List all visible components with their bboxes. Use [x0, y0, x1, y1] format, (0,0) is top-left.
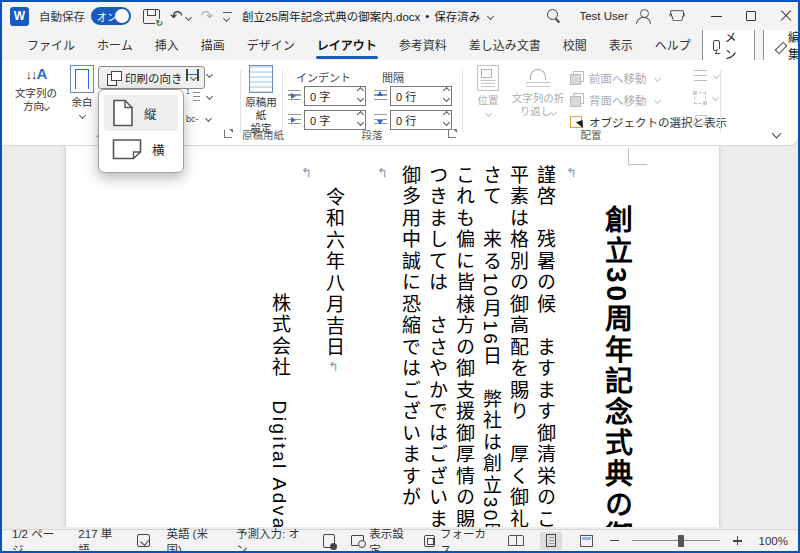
send-backward-button: 背面へ移動 — [570, 90, 660, 110]
word-count[interactable]: 217 単語 — [78, 525, 121, 553]
indent-right-spinner[interactable] — [358, 112, 363, 125]
paragraph-mark-icon: ↰ — [299, 165, 314, 180]
document-text[interactable]: 創立30周年記念式典の御案内↰ ↰ 謹啓 残暑の候 ますます御清栄のこととお慶び… — [266, 165, 647, 527]
proofing-icon[interactable] — [137, 534, 150, 547]
document-title[interactable]: 創立25周年記念式典の御案内.docx • 保存済み — [242, 2, 493, 30]
indent-left-input[interactable]: 0 字 — [304, 86, 366, 106]
orientation-landscape-item[interactable]: 横 — [104, 131, 178, 167]
window-controls — [711, 10, 792, 22]
zoom-percentage[interactable]: 100% — [754, 535, 788, 547]
wrap-text-chevron-icon — [550, 109, 557, 116]
qat-more-icon[interactable] — [223, 12, 232, 20]
search-icon[interactable] — [547, 9, 561, 23]
tab-file[interactable]: ファイル — [16, 30, 86, 60]
paragraph-date[interactable]: 令和六年八月吉日↰ — [320, 165, 347, 527]
minimize-button[interactable] — [711, 16, 722, 17]
paragraph-signature[interactable]: 株式会社 Digital Advantage↰ — [266, 165, 293, 527]
tab-home[interactable]: ホーム — [86, 30, 144, 60]
read-mode-icon — [508, 535, 524, 546]
align-icon — [694, 70, 707, 82]
position-label: 位置 — [478, 94, 499, 107]
text-direction-button[interactable]: ↓↓A 文字列の 方向 — [8, 65, 64, 113]
text-prediction-indicator[interactable]: 予測入力: オン — [236, 525, 307, 553]
save-icon[interactable] — [143, 9, 160, 24]
align-chevron-icon — [713, 72, 720, 79]
margins-button[interactable]: 余白 — [66, 65, 98, 118]
hyphenation-button[interactable]: bc- — [186, 109, 212, 128]
title-chevron-icon[interactable] — [487, 12, 494, 19]
align-button — [694, 66, 719, 85]
genko-paper-icon — [249, 65, 273, 93]
page-indicator[interactable]: 1/2 ページ — [12, 525, 62, 553]
tab-help[interactable]: ヘルプ — [644, 30, 702, 60]
size-button[interactable] — [186, 65, 212, 84]
autosave-label: 自動保存 — [39, 8, 85, 24]
tab-insert[interactable]: 挿入 — [144, 30, 190, 60]
close-button[interactable] — [780, 10, 792, 22]
landscape-label: 横 — [152, 140, 165, 159]
paragraph-body[interactable]: 謹啓 残暑の候 ますます御清栄のこととお慶び申し上げま — [531, 165, 558, 527]
paragraph-body[interactable]: さて 来る10月16日 弊社は創立30周年を迎えることと — [477, 165, 504, 527]
document-page[interactable]: 創立30周年記念式典の御案内↰ ↰ 謹啓 残暑の候 ますます御清栄のこととお慶び… — [66, 146, 719, 527]
indent-right-icon — [288, 114, 301, 127]
display-settings-button[interactable]: 表示設定 — [351, 525, 411, 553]
position-button: 位置 — [470, 65, 506, 116]
spacing-before-spinner[interactable] — [444, 88, 449, 101]
paragraph-body[interactable]: つきましては ささやかではございますが記念式典と心ばか — [423, 165, 450, 527]
paragraph-title[interactable]: 創立30周年記念式典の御案内↰ — [585, 165, 647, 527]
user-name: Test User — [579, 10, 628, 22]
paragraph-body[interactable]: これも偏に皆様方の御支援御厚情の賜物と深く感謝いたして — [450, 165, 477, 527]
paragraph-empty[interactable]: ↰ — [558, 165, 585, 527]
orientation-icon — [107, 71, 120, 84]
indent-left-spinner[interactable] — [358, 88, 363, 101]
ribbon-collapse-chevron-icon[interactable] — [772, 129, 782, 139]
tab-design[interactable]: デザイン — [236, 30, 306, 60]
paragraph-body[interactable]: 御多用中誠に恐縮ではございますが 何卒御来臨賜りますよ — [396, 165, 423, 527]
genko-settings-button[interactable]: 原稿用紙 設定 — [242, 65, 280, 135]
read-mode-button[interactable] — [505, 532, 527, 550]
undo-button[interactable] — [170, 7, 191, 25]
account-button[interactable]: Test User — [579, 8, 651, 24]
bring-forward-chevron-icon — [653, 74, 660, 81]
spacing-after-value: 0 行 — [396, 112, 416, 128]
paragraph-empty[interactable]: ↰ — [369, 165, 396, 527]
tab-references[interactable]: 参考資料 — [388, 30, 458, 60]
group-arrange: 位置 文字列の折 り返し 前面へ移動 背面へ移動 オブジェクトの選択と表示 — [464, 60, 718, 145]
zoom-out-icon[interactable] — [610, 540, 618, 542]
title-separator: • — [425, 10, 429, 22]
tab-view[interactable]: 表示 — [598, 30, 644, 60]
tab-draw[interactable]: 描画 — [190, 30, 236, 60]
redo-icon[interactable] — [201, 7, 214, 25]
line-numbers-chevron-icon — [206, 93, 213, 100]
portrait-page-icon — [112, 99, 134, 127]
focus-button[interactable]: フォーカス — [424, 525, 492, 553]
rotate-icon — [692, 115, 707, 125]
language-indicator[interactable]: 英語 (米国) — [166, 525, 220, 553]
web-layout-button[interactable] — [575, 532, 597, 550]
title-bar: W 自動保存 オン 創立25周年記念式典の御案内.docx • 保存済み Tes… — [2, 2, 798, 30]
editor-icon[interactable] — [323, 534, 335, 548]
spacing-after-spinner[interactable] — [444, 112, 449, 125]
paragraph-empty[interactable]: ↰ — [293, 165, 320, 527]
spacing-before-input[interactable]: 0 行 — [390, 86, 452, 106]
tab-layout[interactable]: レイアウト — [306, 30, 388, 60]
premium-gem-icon[interactable] — [669, 9, 685, 23]
paragraph-body[interactable]: 平素は格別の御高配を賜り 厚く御礼申し上げます↰ — [504, 165, 531, 527]
tab-mailings[interactable]: 差し込み文書 — [458, 30, 552, 60]
print-layout-button[interactable] — [540, 532, 562, 550]
focus-icon — [424, 535, 435, 547]
indent-label: インデント — [296, 69, 351, 85]
status-bar: 1/2 ページ 217 単語 英語 (米国) 予測入力: オン 表示設定 フォー… — [2, 529, 798, 551]
autosave-toggle[interactable]: オン — [91, 7, 131, 25]
orientation-portrait-item[interactable]: 縦 — [104, 95, 178, 131]
zoom-slider[interactable] — [632, 534, 720, 548]
maximize-button[interactable] — [746, 11, 756, 21]
autosave-control: 自動保存 オン — [39, 7, 131, 25]
line-numbers-button[interactable] — [186, 87, 212, 106]
zoom-in-icon[interactable] — [733, 536, 741, 545]
page-setup-small-buttons: bc- — [186, 65, 212, 128]
zoom-slider-handle[interactable] — [678, 535, 684, 547]
undo-chevron-icon[interactable] — [185, 14, 192, 21]
tab-review[interactable]: 校閲 — [552, 30, 598, 60]
wrap-text-label-2: り返し — [520, 105, 552, 117]
